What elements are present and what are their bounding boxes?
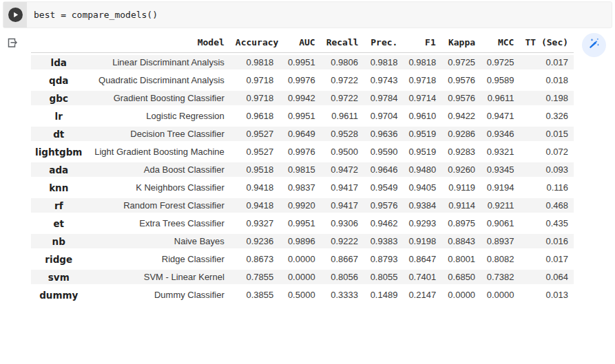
metric-cell: 0.9471	[481, 107, 519, 125]
metric-cell: 0.9519	[403, 125, 441, 142]
model-name-cell: K Neighbors Classifier	[87, 178, 230, 196]
metric-cell: 0.9951	[279, 214, 320, 232]
code-editor-line[interactable]: best = compare_models()	[27, 2, 158, 28]
metric-cell: 0.9527	[230, 125, 279, 142]
metric-cell: 0.016	[519, 232, 574, 250]
metric-cell: 0.9714	[403, 89, 441, 107]
metric-cell: 0.9260	[441, 160, 481, 178]
model-name-cell: Light Gradient Boosting Machine	[87, 142, 230, 160]
compare-models-table: ModelAccuracyAUCRecallPrec.F1KappaMCCTT …	[31, 32, 574, 303]
metric-cell: 0.072	[519, 142, 574, 160]
model-name-cell: Ada Boost Classifier	[87, 160, 230, 178]
metric-cell: 0.9480	[403, 160, 441, 178]
metric-cell: 0.3855	[230, 286, 279, 303]
metric-cell: 0.9327	[230, 214, 279, 232]
metric-cell: 0.198	[519, 89, 574, 107]
metric-cell: 0.9806	[321, 53, 364, 71]
model-name-cell: SVM - Linear Kernel	[87, 268, 230, 286]
metric-cell: 0.9976	[279, 71, 320, 89]
row-index-cell: lr	[31, 107, 87, 125]
metric-cell: 0.9718	[403, 71, 441, 89]
table-row: rfRandom Forest Classifier0.94180.99200.…	[31, 196, 574, 214]
metric-cell: 0.9951	[279, 107, 320, 125]
metric-cell: 0.9383	[364, 232, 403, 250]
row-index-cell: rf	[31, 196, 87, 214]
metric-cell: 0.9636	[364, 125, 403, 142]
header-cell: AUC	[279, 32, 320, 53]
header-cell: Prec.	[364, 32, 403, 53]
index-header-cell	[31, 32, 87, 53]
metric-cell: 0.8082	[481, 250, 519, 268]
metric-cell: 0.1489	[364, 286, 403, 303]
metric-cell: 0.9920	[279, 196, 320, 214]
model-name-cell: Ridge Classifier	[87, 250, 230, 268]
run-cell-button[interactable]	[8, 8, 23, 22]
metric-cell: 0.9576	[441, 71, 481, 89]
metric-cell: 0.9818	[230, 53, 279, 71]
metric-cell: 0.9198	[403, 232, 441, 250]
header-cell: Kappa	[441, 32, 481, 53]
code-cell: best = compare_models()	[3, 1, 612, 28]
metric-cell: 0.9519	[403, 142, 441, 160]
metric-cell: 0.015	[519, 125, 574, 142]
output-content: ModelAccuracyAUCRecallPrec.F1KappaMCCTT …	[31, 32, 615, 303]
model-name-cell: Decision Tree Classifier	[87, 125, 230, 142]
metric-cell: 0.9576	[364, 196, 403, 214]
model-name-cell: Dummy Classifier	[87, 286, 230, 303]
metric-cell: 0.9119	[441, 178, 481, 196]
table-row: dtDecision Tree Classifier0.95270.96490.…	[31, 125, 574, 142]
metric-cell: 0.064	[519, 268, 574, 286]
ai-chart-suggest-button[interactable]	[582, 33, 606, 57]
metric-cell: 0.013	[519, 286, 574, 303]
metric-cell: 0.7382	[481, 268, 519, 286]
row-index-cell: lightgbm	[31, 142, 87, 160]
row-index-cell: lda	[31, 53, 87, 71]
metric-cell: 0.2147	[403, 286, 441, 303]
metric-cell: 0.9422	[441, 107, 481, 125]
metric-cell: 0.9527	[230, 142, 279, 160]
metric-cell: 0.0000	[481, 286, 519, 303]
metric-cell: 0.9222	[321, 232, 364, 250]
metric-cell: 0.8937	[481, 232, 519, 250]
metric-cell: 0.9518	[230, 160, 279, 178]
metric-cell: 0.0000	[441, 286, 481, 303]
metric-cell: 0.9649	[279, 125, 320, 142]
table-row: knnK Neighbors Classifier0.94180.98370.9…	[31, 178, 574, 196]
metric-cell: 0.8056	[321, 268, 364, 286]
metric-cell: 0.9346	[481, 125, 519, 142]
notebook-cell: best = compare_models()	[0, 1, 615, 303]
metric-cell: 0.9472	[321, 160, 364, 178]
metric-cell: 0.9286	[441, 125, 481, 142]
metric-cell: 0.326	[519, 107, 574, 125]
metric-cell: 0.9590	[364, 142, 403, 160]
header-cell: Model	[87, 32, 230, 53]
row-index-cell: svm	[31, 268, 87, 286]
metric-cell: 0.9417	[321, 196, 364, 214]
row-index-cell: ridge	[31, 250, 87, 268]
metric-cell: 0.9704	[364, 107, 403, 125]
model-name-cell: Linear Discriminant Analysis	[87, 53, 230, 71]
metric-cell: 0.7855	[230, 268, 279, 286]
cell-output-area: ModelAccuracyAUCRecallPrec.F1KappaMCCTT …	[0, 32, 615, 303]
table-body: ldaLinear Discriminant Analysis0.98180.9…	[31, 53, 574, 303]
metric-cell: 0.9211	[481, 196, 519, 214]
metric-cell: 0.9549	[364, 178, 403, 196]
metric-cell: 0.7401	[403, 268, 441, 286]
metric-cell: 0.9417	[321, 178, 364, 196]
metric-cell: 0.9722	[321, 89, 364, 107]
metric-cell: 0.9722	[321, 71, 364, 89]
metric-cell: 0.9818	[403, 53, 441, 71]
table-row: nbNaive Bayes0.92360.98960.92220.93830.9…	[31, 232, 574, 250]
table-row: adaAda Boost Classifier0.95180.98150.947…	[31, 160, 574, 178]
row-index-cell: ada	[31, 160, 87, 178]
metric-cell: 0.9618	[230, 107, 279, 125]
model-name-cell: Logistic Regression	[87, 107, 230, 125]
row-index-cell: knn	[31, 178, 87, 196]
cell-output-icon	[6, 39, 19, 51]
metric-cell: 0.9345	[481, 160, 519, 178]
header-cell: TT (Sec)	[519, 32, 574, 53]
metric-cell: 0.9725	[481, 53, 519, 71]
table-row: qdaQuadratic Discriminant Analysis0.9718…	[31, 71, 574, 89]
metric-cell: 0.9283	[441, 142, 481, 160]
metric-cell: 0.9725	[441, 53, 481, 71]
